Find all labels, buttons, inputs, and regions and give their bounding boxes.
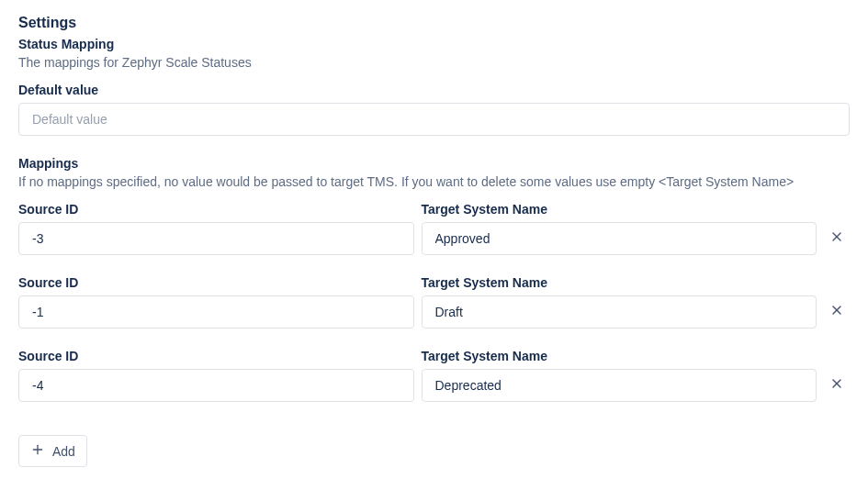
close-icon bbox=[829, 229, 844, 247]
close-icon bbox=[829, 303, 844, 320]
source-id-input[interactable] bbox=[18, 222, 414, 255]
default-value-label: Default value bbox=[18, 83, 850, 97]
mappings-desc: If no mappings specified, no value would… bbox=[18, 174, 850, 189]
page-title: Settings bbox=[18, 15, 850, 31]
close-icon bbox=[829, 376, 844, 394]
source-id-label: Source ID bbox=[18, 275, 414, 290]
target-name-input[interactable] bbox=[422, 369, 817, 402]
section-title: Status Mapping bbox=[18, 37, 850, 51]
mapping-row: Source ID Target System Name bbox=[18, 275, 850, 329]
mapping-row: Source ID Target System Name bbox=[18, 349, 850, 402]
target-name-label: Target System Name bbox=[422, 349, 817, 363]
delete-mapping-button[interactable] bbox=[824, 220, 850, 255]
add-button-label: Add bbox=[52, 444, 75, 459]
default-value-input[interactable] bbox=[18, 103, 850, 136]
source-id-input[interactable] bbox=[18, 369, 414, 402]
delete-mapping-button[interactable] bbox=[824, 367, 850, 402]
target-name-input[interactable] bbox=[422, 295, 817, 329]
source-id-label: Source ID bbox=[18, 202, 414, 217]
mapping-row: Source ID Target System Name bbox=[18, 202, 850, 255]
target-name-label: Target System Name bbox=[422, 275, 817, 290]
delete-mapping-button[interactable] bbox=[824, 294, 850, 329]
source-id-label: Source ID bbox=[18, 349, 414, 363]
target-name-input[interactable] bbox=[422, 222, 817, 255]
section-desc: The mappings for Zephyr Scale Statuses bbox=[18, 55, 850, 70]
add-mapping-button[interactable]: Add bbox=[18, 435, 87, 467]
source-id-input[interactable] bbox=[18, 295, 414, 329]
plus-icon bbox=[30, 442, 45, 460]
mappings-title: Mappings bbox=[18, 156, 850, 171]
target-name-label: Target System Name bbox=[422, 202, 817, 217]
